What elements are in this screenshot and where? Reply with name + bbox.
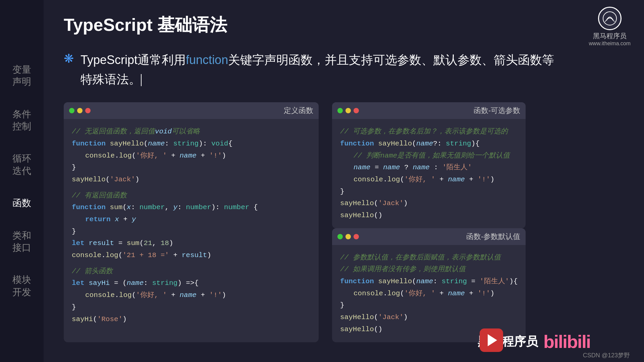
logo-website: www.itheima.com (589, 41, 631, 47)
right-top-code: // 可选参数，在参数名后加？，表示该参数是可选的 function sayHe… (332, 119, 526, 228)
logo-area: 黑马程序员 www.itheima.com (589, 7, 631, 47)
intro-icon: ❋ (64, 52, 74, 66)
left-panel-title: 定义函数 (284, 106, 313, 116)
logo-brand: 黑马程序员 (593, 32, 627, 41)
dot-green-rt (337, 108, 343, 113)
sidebar-item-functions[interactable]: 函数 (12, 197, 31, 209)
right-bottom-dots (337, 234, 359, 239)
main-content: 黑马程序员 www.itheima.com TypeScript 基础语法 ❋ … (44, 0, 644, 362)
sidebar: 变量 声明 条件 控制 循环 迭代 函数 类和 接口 模块 开发 (0, 0, 44, 362)
left-dots (69, 108, 91, 113)
sidebar-item-conditions[interactable]: 条件 控制 (12, 108, 31, 133)
intro-text: TypeScript通常利用function关键字声明函数，并且支持可选参数、默… (80, 50, 554, 89)
right-top-title: 函数-可选参数 (474, 106, 520, 116)
right-top-panel: 函数-可选参数 // 可选参数，在参数名后加？，表示该参数是可选的 functi… (332, 102, 526, 228)
dot-red (85, 108, 91, 113)
dot-yellow (77, 108, 83, 113)
bilibili-text: bilibili (543, 331, 590, 352)
play-icon (488, 334, 497, 346)
heima-logo-svg (602, 11, 617, 26)
right-top-titlebar: 函数-可选参数 (332, 102, 526, 119)
dot-green-rb (337, 234, 343, 239)
dot-yellow-rt (345, 108, 351, 113)
right-panels: 函数-可选参数 // 可选参数，在参数名后加？，表示该参数是可选的 functi… (332, 102, 526, 342)
sidebar-item-loops[interactable]: 循环 迭代 (12, 153, 31, 177)
page-title: TypeScript 基础语法 (64, 13, 624, 37)
left-titlebar: 定义函数 (64, 102, 319, 119)
svg-point-0 (603, 12, 616, 25)
right-bottom-titlebar: 函数-参数默认值 (332, 228, 526, 245)
dot-green (69, 108, 74, 113)
bottom-credits: CSDN @123梦野 (583, 351, 630, 359)
right-bottom-panel: 函数-参数默认值 // 参数默认值，在参数后面赋值，表示参数默认值 // 如果调… (332, 228, 526, 342)
sidebar-item-variables[interactable]: 变量 声明 (12, 64, 31, 88)
right-top-dots (337, 108, 359, 113)
sidebar-item-classes[interactable]: 类和 接口 (12, 230, 31, 254)
right-bottom-code: // 参数默认值，在参数后面赋值，表示参数默认值 // 如果调用者没有传参，则使… (332, 245, 526, 342)
left-code-panel: 定义函数 // 无返回值函数，返回值void可以省略 function sayH… (64, 102, 319, 342)
logo-icon (598, 7, 622, 30)
panels-area: 定义函数 // 无返回值函数，返回值void可以省略 function sayH… (64, 102, 624, 342)
dot-red-rt (354, 108, 359, 113)
play-button[interactable] (480, 328, 503, 352)
dot-red-rb (354, 234, 359, 239)
right-bottom-title: 函数-参数默认值 (466, 232, 520, 242)
sidebar-item-modules[interactable]: 模块 开发 (12, 274, 31, 298)
left-code-content: // 无返回值函数，返回值void可以省略 function sayHello(… (64, 119, 319, 332)
intro-area: ❋ TypeScript通常利用function关键字声明函数，并且支持可选参数… (64, 50, 624, 89)
dot-yellow-rb (345, 234, 351, 239)
